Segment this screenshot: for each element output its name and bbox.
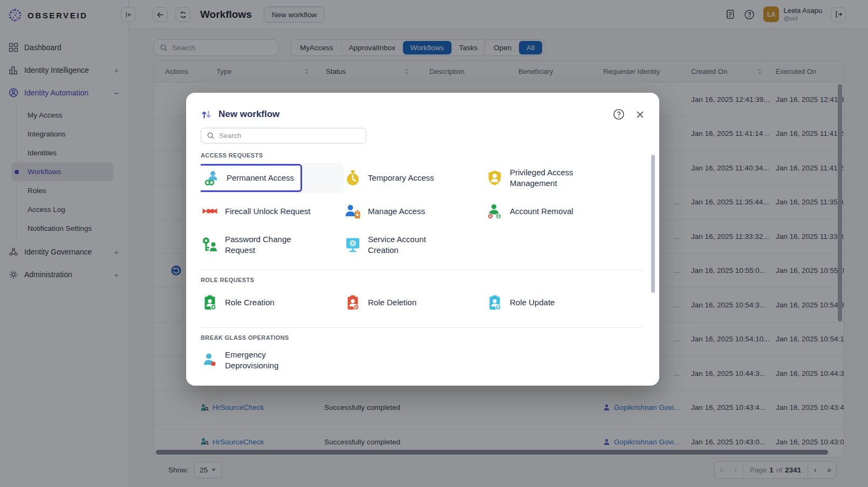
workflow-option-label: Temporary Access bbox=[368, 173, 434, 183]
workflow-option-label: Role Update bbox=[510, 297, 555, 308]
privileged-access-management-icon bbox=[487, 170, 503, 186]
workflow-option-label: Firecall Unlock Request bbox=[225, 206, 310, 217]
workflow-option-cell: Role Update bbox=[486, 287, 643, 318]
modal-search[interactable] bbox=[201, 128, 366, 143]
section-divider bbox=[201, 327, 643, 328]
workflow-option-cell: Emergency Deprovisioning bbox=[201, 345, 344, 372]
workflow-option-privileged-access-management[interactable]: Privileged Access Management bbox=[480, 163, 603, 194]
workflow-option-firecall-unlock-request[interactable]: Firecall Unlock Request bbox=[201, 199, 317, 224]
workflow-option-label: Permanent Access bbox=[227, 173, 294, 183]
access-requests-grid: Permanent AccessTemporary AccessPrivileg… bbox=[201, 163, 643, 260]
workflow-option-label: Password Change Request bbox=[225, 234, 311, 256]
modal-search-input[interactable] bbox=[219, 132, 360, 140]
workflow-option-role-update[interactable]: Role Update bbox=[480, 290, 561, 315]
emergency-deprovisioning-icon bbox=[202, 352, 218, 368]
manage-access-icon bbox=[345, 203, 361, 220]
modal-title: New workflow bbox=[218, 109, 279, 120]
workflow-option-cell: Role Deletion bbox=[344, 287, 486, 318]
workflow-option-cell: Service Account Creation bbox=[344, 230, 486, 260]
workflow-option-cell: Manage Access bbox=[344, 196, 486, 227]
workflow-option-role-creation[interactable]: Role Creation bbox=[201, 290, 281, 315]
workflow-option-emergency-deprovisioning[interactable]: Emergency Deprovisioning bbox=[201, 345, 318, 372]
modal-scrollbar[interactable] bbox=[651, 155, 655, 293]
workflow-option-cell: Permanent Access bbox=[201, 163, 344, 193]
workflow-option-cell: Privileged Access Management bbox=[486, 163, 643, 193]
service-account-creation-icon bbox=[345, 237, 361, 253]
workflow-option-label: Manage Access bbox=[368, 206, 425, 217]
workflow-option-password-change-request[interactable]: Password Change Request bbox=[201, 230, 318, 260]
workflow-option-manage-access[interactable]: Manage Access bbox=[338, 199, 432, 224]
workflow-option-cell: Password Change Request bbox=[201, 230, 344, 260]
modal-help-icon[interactable] bbox=[613, 108, 625, 120]
password-change-icon bbox=[202, 237, 218, 253]
workflow-option-label: Emergency Deprovisioning bbox=[225, 349, 311, 372]
application-window: OBSERVEID Dashboard Identity Intelligenc… bbox=[0, 0, 868, 487]
modal-scroll-area: ACCESS REQUESTS Permanent AccessTemporar… bbox=[201, 147, 643, 372]
workflow-option-label: Privileged Access Management bbox=[510, 167, 596, 189]
workflow-option-label: Role Deletion bbox=[368, 297, 416, 308]
workflow-option-label: Service Account Creation bbox=[368, 234, 454, 256]
modal-header: New workflow bbox=[201, 107, 645, 122]
section-label: BREAK GLASS OPERATIONS bbox=[201, 334, 643, 341]
workflow-option-service-account-creation[interactable]: Service Account Creation bbox=[338, 230, 461, 260]
workflow-option-role-deletion[interactable]: Role Deletion bbox=[338, 290, 423, 315]
section-divider bbox=[201, 270, 643, 270]
role-update-icon bbox=[487, 294, 503, 311]
account-removal-icon bbox=[487, 203, 503, 220]
workflow-option-permanent-access[interactable]: Permanent Access bbox=[201, 164, 302, 192]
workflow-arrows-icon bbox=[201, 109, 212, 120]
search-icon bbox=[207, 132, 215, 140]
workflow-option-cell: Role Creation bbox=[201, 287, 344, 318]
role-requests-grid: Role CreationRole DeletionRole Update bbox=[201, 287, 643, 318]
temporary-access-icon bbox=[345, 170, 361, 186]
workflow-option-cell: Firecall Unlock Request bbox=[201, 196, 344, 227]
role-deletion-icon bbox=[345, 294, 361, 311]
workflow-option-label: Role Creation bbox=[225, 297, 275, 308]
workflow-option-cell: Account Removal bbox=[486, 196, 643, 227]
role-creation-icon bbox=[202, 294, 218, 311]
permanent-access-icon bbox=[203, 170, 220, 186]
firecall-unlock-icon bbox=[202, 203, 218, 220]
workflow-option-label: Account Removal bbox=[510, 206, 573, 217]
workflow-option-account-removal[interactable]: Account Removal bbox=[480, 199, 580, 224]
new-workflow-modal: New workflow ACCESS REQUESTS Permanent A… bbox=[186, 93, 659, 386]
section-label: ROLE REQUESTS bbox=[201, 277, 643, 283]
modal-close-icon[interactable] bbox=[635, 110, 645, 119]
workflow-option-temporary-access[interactable]: Temporary Access bbox=[338, 166, 441, 190]
section-label: ACCESS REQUESTS bbox=[201, 152, 643, 159]
workflow-option-cell: Temporary Access bbox=[344, 163, 486, 193]
break-glass-grid: Emergency Deprovisioning bbox=[201, 345, 643, 372]
